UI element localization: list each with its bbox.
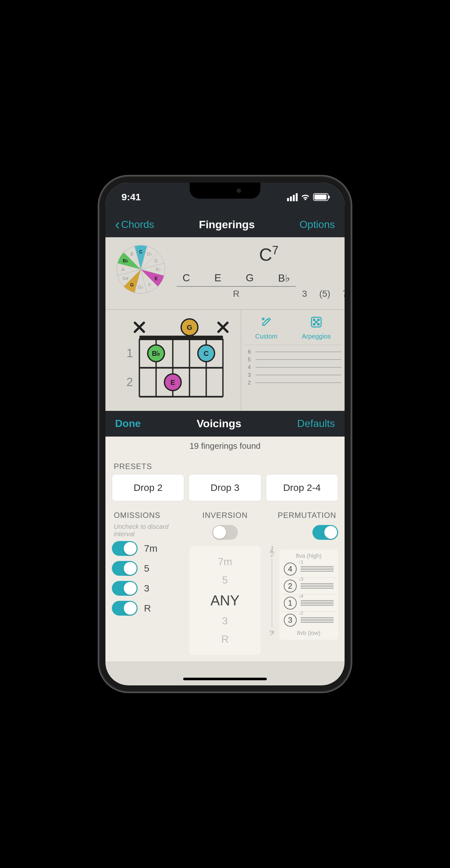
svg-text:B♭: B♭ bbox=[123, 258, 128, 263]
wifi-icon bbox=[301, 193, 310, 200]
omissions-hint: Uncheck to discard interval bbox=[112, 523, 183, 541]
preset-drop-2[interactable]: Drop 2 bbox=[112, 474, 184, 501]
svg-rect-13 bbox=[139, 336, 223, 340]
perm-high-label: 8va (high) bbox=[281, 551, 336, 561]
tools-icon bbox=[255, 316, 278, 332]
inversion-item-5[interactable]: 5 bbox=[193, 571, 257, 589]
perm-row-3[interactable]: ↓23 bbox=[281, 612, 336, 628]
svg-text:F: F bbox=[148, 282, 151, 287]
svg-text:2: 2 bbox=[127, 375, 133, 389]
page-title: Fingerings bbox=[199, 218, 255, 231]
svg-point-37 bbox=[313, 319, 315, 320]
omissions-label: OMISSIONS bbox=[112, 507, 183, 523]
inversion-toggle[interactable] bbox=[212, 525, 238, 540]
note-wheel[interactable]: CD♭DE♭EFG♭GG#AB♭B bbox=[115, 244, 166, 295]
omission-toggle-R[interactable] bbox=[112, 601, 137, 616]
status-icons bbox=[287, 193, 328, 201]
options-button[interactable]: Options bbox=[299, 219, 335, 230]
inversion-label: INVERSION bbox=[189, 507, 260, 523]
done-button[interactable]: Done bbox=[115, 417, 141, 430]
chord-header: CD♭DE♭EFG♭GG#AB♭B C7 CEGB♭ R3(5)7m bbox=[105, 237, 345, 309]
permutation-toggle[interactable] bbox=[313, 525, 338, 540]
inversion-picker[interactable]: 7m5ANY3R bbox=[189, 546, 260, 655]
back-button[interactable]: ‹ Chords bbox=[115, 216, 154, 232]
svg-text:B♭: B♭ bbox=[152, 349, 160, 358]
svg-text:C: C bbox=[204, 349, 209, 358]
svg-point-40 bbox=[318, 323, 319, 325]
voicings-bar: Done Voicings Defaults bbox=[105, 411, 345, 437]
fretboard[interactable]: 12B♭EGC bbox=[105, 310, 241, 411]
preset-drop-2-4[interactable]: Drop 2-4 bbox=[266, 474, 338, 501]
perm-row-2[interactable]: ↓32 bbox=[281, 578, 336, 595]
custom-button[interactable]: Custom bbox=[255, 316, 278, 340]
presets-label: PRESETS bbox=[112, 459, 338, 474]
found-count: 19 fingerings found bbox=[105, 437, 345, 456]
svg-text:G#: G# bbox=[123, 276, 129, 281]
svg-point-39 bbox=[313, 323, 315, 325]
svg-text:G♭: G♭ bbox=[138, 284, 144, 290]
svg-text:D♭: D♭ bbox=[147, 251, 152, 256]
svg-text:E♭: E♭ bbox=[156, 267, 161, 272]
svg-text:E: E bbox=[155, 276, 158, 281]
omission-toggle-3[interactable] bbox=[112, 581, 137, 596]
svg-text:C: C bbox=[139, 249, 142, 254]
inversion-item-ANY[interactable]: ANY bbox=[193, 589, 257, 612]
voicings-title: Voicings bbox=[197, 417, 242, 430]
chord-name: C7 bbox=[176, 244, 345, 265]
omission-3: 3 bbox=[112, 581, 183, 596]
arpeggios-icon bbox=[302, 316, 331, 332]
svg-text:A: A bbox=[122, 267, 125, 272]
signal-icon bbox=[287, 193, 298, 201]
chord-notes-row: CEGB♭ bbox=[177, 272, 296, 287]
omission-toggle-7m[interactable] bbox=[112, 541, 137, 556]
permutation-label: PERMUTATION bbox=[267, 507, 338, 523]
omission-toggle-5[interactable] bbox=[112, 561, 137, 576]
chevron-left-icon: ‹ bbox=[115, 216, 120, 232]
bass-clef-icon: 𝄢 bbox=[269, 629, 275, 640]
omission-5: 5 bbox=[112, 561, 183, 576]
svg-text:G: G bbox=[187, 323, 192, 332]
svg-point-41 bbox=[315, 321, 317, 323]
defaults-button[interactable]: Defaults bbox=[297, 417, 335, 430]
inversion-item-3[interactable]: 3 bbox=[193, 612, 257, 630]
perm-row-4[interactable]: ↓14 bbox=[281, 561, 336, 578]
treble-clef-icon: 𝄞 bbox=[269, 546, 275, 557]
omission-7m: 7m bbox=[112, 541, 183, 556]
clef-column: 𝄞 𝄢 bbox=[267, 546, 277, 640]
perm-row-1[interactable]: ↓41 bbox=[281, 595, 336, 612]
inversion-item-7m[interactable]: 7m bbox=[193, 553, 257, 571]
arpeggios-button[interactable]: Arpeggios bbox=[302, 316, 331, 340]
svg-text:1: 1 bbox=[127, 346, 133, 360]
preset-drop-3[interactable]: Drop 3 bbox=[189, 474, 261, 501]
back-label: Chords bbox=[121, 219, 154, 230]
status-time: 9:41 bbox=[122, 192, 141, 203]
nav-bar: ‹ Chords Fingerings Options bbox=[105, 212, 345, 237]
perm-low-label: 8vb (low) bbox=[281, 628, 336, 638]
svg-text:G: G bbox=[130, 282, 134, 287]
home-indicator[interactable] bbox=[183, 678, 267, 680]
svg-text:E: E bbox=[170, 378, 175, 386]
mini-chart: 65432 bbox=[245, 345, 341, 408]
chord-degrees-row: R3(5)7m bbox=[177, 287, 345, 299]
svg-text:B: B bbox=[130, 251, 133, 256]
svg-point-38 bbox=[318, 319, 319, 320]
battery-icon bbox=[313, 193, 328, 201]
inversion-item-R[interactable]: R bbox=[193, 630, 257, 648]
svg-text:D: D bbox=[155, 258, 158, 263]
omission-R: R bbox=[112, 601, 183, 616]
